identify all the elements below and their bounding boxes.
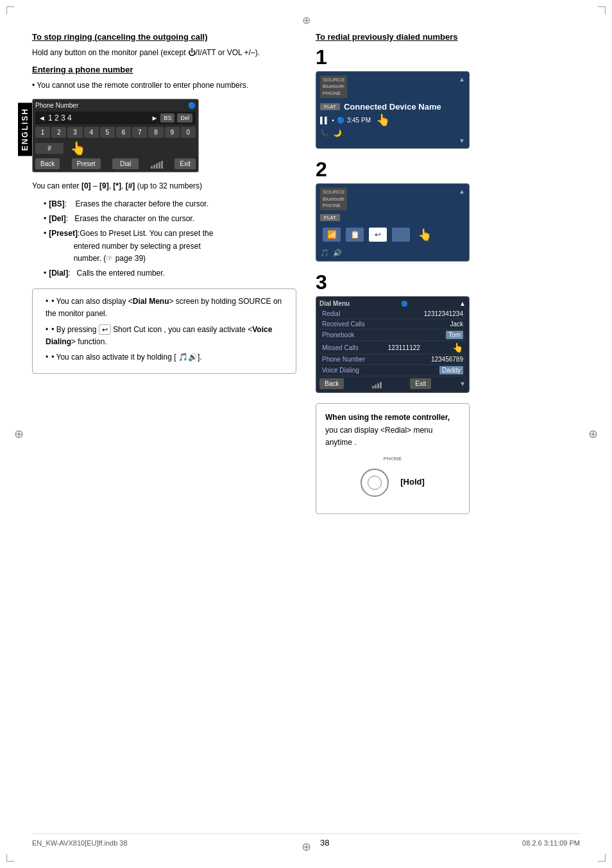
dial-menu-header: Dial Menu 🔵 ▲ <box>319 300 466 307</box>
vol-seg-2 <box>153 165 155 169</box>
scroll-down-icon: ▼ <box>459 380 466 387</box>
reg-mark-top: ⊕ <box>302 14 310 26</box>
page-footer: EN_KW-AVX810[EU]ff.indb 38 38 08.2.6 3:1… <box>32 833 580 847</box>
remote-button-circle <box>361 469 389 497</box>
bs-button[interactable]: BS <box>160 113 174 122</box>
step-2-screen: SOURCEBluetoothPHONE ▲ FLAT 📶 📋 ↩ 🎵 👆 <box>316 183 470 262</box>
key-7[interactable]: 7 <box>132 127 147 138</box>
screen1-icons-row: 📞 🌙 <box>320 129 465 137</box>
phone-remote-label: PHONE <box>384 455 402 463</box>
note-text: When using the remote controller, you ca… <box>325 412 460 449</box>
dial-row-phone-number[interactable]: Phone Number 123456789 <box>319 355 466 365</box>
battery-icon-1: ▪ <box>332 117 334 124</box>
back-button[interactable]: Back <box>35 158 60 169</box>
step-1-number: 1 <box>316 47 580 67</box>
info-list: • You can also display <Dial Menu> scree… <box>40 296 288 363</box>
dial-row-voice-dialing[interactable]: Voice Dialing Daddy <box>319 365 466 376</box>
screen1-top: SOURCEBluetoothPHONE ▲ <box>320 76 465 98</box>
info-item-3: • You can also activate it by holding [ … <box>40 351 288 363</box>
phone-screen-title: Phone Number <box>35 102 78 109</box>
bt-icon-1: 🔵 <box>337 117 344 124</box>
shortcut-icon: ↩ <box>99 324 111 335</box>
corner-mark-tl <box>6 6 14 14</box>
exit-button[interactable]: Exit <box>174 158 196 169</box>
key-2[interactable]: 2 <box>51 127 66 138</box>
key-3[interactable]: 3 <box>67 127 82 138</box>
reg-mark-right: ⊕ <box>588 427 598 441</box>
next-arrow: ► <box>151 114 158 122</box>
dial-row-phonebook[interactable]: Phonebook Tom <box>319 330 466 341</box>
vol-seg-4 <box>158 162 160 169</box>
key-1[interactable]: 1 <box>35 127 50 138</box>
screen2-icon-right: 🔊 <box>333 249 342 257</box>
instructions-intro: You can enter [0] – [9], [*], [#] (up to… <box>32 180 296 192</box>
step-2: 2 SOURCEBluetoothPHONE ▲ FLAT 📶 📋 ↩ 🎵 <box>316 159 580 262</box>
keypad-row2: # 👆 <box>35 140 196 156</box>
dial-row-redial[interactable]: Redial 12312341234 <box>319 309 466 319</box>
dial-row-received[interactable]: Received Calls Jack <box>319 319 466 330</box>
stop-ringing-body: Hold any button on the monitor panel (ex… <box>32 47 296 58</box>
key-8[interactable]: 8 <box>148 127 163 138</box>
dial-exit-button[interactable]: Exit <box>410 378 431 389</box>
key-4[interactable]: 4 <box>84 127 99 138</box>
screen-icon-return: ↩ <box>369 228 387 242</box>
corner-mark-bl <box>6 854 14 862</box>
phone-input-row: ◄ 1 2 3 4 ► BS Del <box>35 112 196 124</box>
footer-left: EN_KW-AVX810[EU]ff.indb 38 <box>32 839 128 847</box>
screen2-bottom-row: 🎵 🔊 <box>320 249 465 257</box>
flat-button-2: FLAT <box>320 214 340 221</box>
screen2-top: SOURCEBluetoothPHONE ▲ <box>320 188 465 210</box>
step-3-number: 3 <box>316 272 580 292</box>
key-hash[interactable]: # <box>35 143 64 154</box>
dial-row-missed[interactable]: Missed Calls 123111122 👆 <box>319 341 466 355</box>
bluetooth-icon: 🔵 <box>188 102 196 109</box>
phone-screen-header: Phone Number 🔵 <box>35 102 196 109</box>
volume-bar <box>151 160 163 169</box>
screen-icon-music: 🎵 <box>392 228 410 242</box>
del-button[interactable]: Del <box>177 113 192 122</box>
key-9[interactable]: 9 <box>165 127 180 138</box>
info-item-1: • You can also display <Dial Menu> scree… <box>40 296 288 320</box>
remote-controller-note: When using the remote controller, you ca… <box>316 403 470 513</box>
key-6[interactable]: 6 <box>116 127 131 138</box>
connected-device-name: Connected Device Name <box>344 101 441 113</box>
vol-seg-3 <box>156 163 158 169</box>
source-label-1: SOURCEBluetoothPHONE <box>320 76 347 98</box>
prev-arrow: ◄ <box>38 114 46 122</box>
page-content: To stop ringing (canceling the outgoing … <box>32 32 580 836</box>
arrow-down-1: ▼ <box>320 137 465 144</box>
step-2-number: 2 <box>316 159 580 179</box>
signal-icon-1: ▌▌ <box>320 117 329 124</box>
dial-button[interactable]: Dial <box>112 158 139 169</box>
dial-back-button[interactable]: Back <box>319 378 344 389</box>
info-item-2: • By pressing ↩ Short Cut icon , you can… <box>40 324 288 348</box>
key-5[interactable]: 5 <box>100 127 115 138</box>
vol-seg-5 <box>161 161 163 169</box>
bluetooth-icon-2: 🔵 <box>401 301 408 307</box>
volume-bar-2 <box>372 380 382 388</box>
tap-icon-1: 👆 <box>376 113 390 127</box>
screen2-flat-row: FLAT <box>320 213 465 222</box>
tap-icon-2: 👆 <box>418 228 432 242</box>
signal-row-1: ▌▌ ▪ 🔵 3:45 PM 👆 <box>320 113 465 127</box>
phone-number-screen: Phone Number 🔵 ◄ 1 2 3 4 ► BS Del 1 2 <box>32 99 199 172</box>
no-remote-note: • You cannot use the remote controller t… <box>32 79 296 91</box>
screen1-middle: FLAT Connected Device Name <box>320 101 465 113</box>
left-column: To stop ringing (canceling the outgoing … <box>32 32 296 514</box>
instruction-dial: [Dial]: Calls the entered number. <box>38 267 296 280</box>
stop-ringing-heading: To stop ringing (canceling the outgoing … <box>32 32 296 42</box>
phone-remote-image: PHONE [Hold] <box>325 455 460 499</box>
corner-mark-tr <box>598 6 606 14</box>
entering-phone-heading: Entering a phone number <box>32 65 296 74</box>
dial-menu-title: Dial Menu <box>319 300 350 307</box>
key-0[interactable]: 0 <box>181 127 196 138</box>
screen2-icon-left: 🎵 <box>320 249 329 257</box>
phone-keypad: 1 2 3 4 5 6 7 8 9 0 <box>35 127 196 138</box>
moon-icon-1: 🌙 <box>333 129 342 137</box>
step-1-screen: SOURCEBluetoothPHONE ▲ FLAT Connected De… <box>316 71 470 149</box>
preset-button[interactable]: Preset <box>72 158 101 169</box>
screen-icon-signal: 📶 <box>323 228 341 242</box>
right-column: To redial previously dialed numbers 1 SO… <box>316 32 580 514</box>
page-number: 38 <box>128 838 523 847</box>
redial-heading: To redial previously dialed numbers <box>316 32 580 42</box>
